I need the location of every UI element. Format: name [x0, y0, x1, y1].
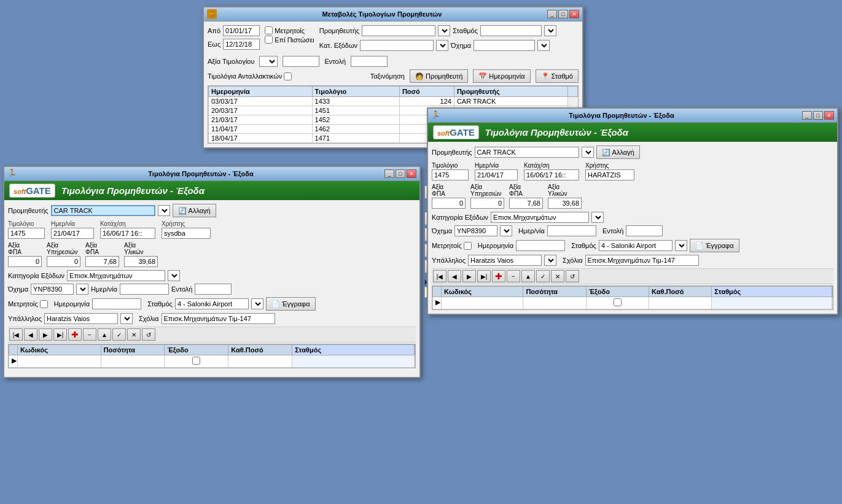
- tr-sxolia-input[interactable]: [585, 255, 699, 266]
- tl-allagi-btn[interactable]: 🔄 Αλλαγή: [173, 204, 216, 217]
- nav-minus-btn[interactable]: −: [83, 328, 96, 341]
- tl-eggrafa-btn[interactable]: 📄 Έγγραφα: [266, 297, 316, 311]
- oxima-select[interactable]: [537, 40, 550, 51]
- tl-maximize[interactable]: □: [396, 169, 405, 178]
- tr-nav-add[interactable]: ✚: [492, 270, 505, 282]
- metritois-checkbox[interactable]: [265, 26, 273, 34]
- tr-imerominia-input[interactable]: [516, 240, 565, 251]
- tl-timologio-input[interactable]: [8, 228, 45, 239]
- nav-prev-btn[interactable]: ◀: [24, 328, 37, 341]
- tl-stathmos-select[interactable]: [251, 298, 263, 309]
- tl-imerominia-input[interactable]: [92, 298, 141, 309]
- tl-axia-fpa-input[interactable]: [8, 256, 42, 267]
- entoli-input[interactable]: [351, 56, 388, 67]
- btn-promitheutis[interactable]: 🧑 Προμηθευτή: [410, 69, 468, 83]
- tr-nav-prev[interactable]: ◀: [448, 270, 461, 282]
- tr-kat-exodwn-input[interactable]: [491, 212, 589, 223]
- tr-close[interactable]: ✕: [824, 111, 834, 120]
- tr-imer-via-input[interactable]: [475, 169, 518, 180]
- tl-oxima-input[interactable]: [31, 284, 74, 295]
- tr-xristis-input[interactable]: [585, 169, 634, 180]
- tl-axia-fpa2-input[interactable]: [85, 256, 119, 267]
- promitheutis-input[interactable]: [362, 25, 435, 36]
- tr-nav-refresh[interactable]: ↺: [566, 270, 579, 282]
- tl-metritois-checkbox[interactable]: [40, 300, 48, 308]
- tr-stathmos-select[interactable]: [675, 240, 687, 251]
- timologia-antalaktikon-checkbox[interactable]: [284, 72, 292, 80]
- tl-kat-exodwn-input[interactable]: [67, 270, 165, 281]
- tr-ypallilos-input[interactable]: [468, 255, 542, 266]
- tr-maximize[interactable]: □: [813, 111, 823, 120]
- tr-imer-input[interactable]: [547, 225, 596, 236]
- tr-axia-yp-input[interactable]: [470, 198, 504, 209]
- tr-axia-fpa-input[interactable]: [432, 198, 466, 209]
- tr-entoli-input[interactable]: [626, 225, 663, 236]
- nav-first-btn[interactable]: |◀: [9, 328, 23, 341]
- tr-katax-si-input[interactable]: [524, 169, 579, 180]
- stathmos-input[interactable]: [480, 25, 542, 36]
- btn-imerominia[interactable]: 📅 Ημερομηνία: [473, 69, 530, 83]
- nav-up-btn[interactable]: ▲: [98, 328, 111, 341]
- tr-nav-first[interactable]: |◀: [433, 270, 446, 282]
- tr-eggrafa-btn[interactable]: 📄 Έγγραφα: [690, 239, 739, 252]
- tr-promitheutis-select[interactable]: [582, 147, 594, 158]
- nav-refresh-btn[interactable]: ↺: [142, 328, 155, 341]
- tl-promitheutis-select[interactable]: [158, 205, 170, 216]
- tr-grid-checkbox[interactable]: [614, 298, 622, 306]
- tl-entoli-input[interactable]: [195, 284, 232, 295]
- tl-promitheutis-input[interactable]: [51, 205, 155, 216]
- tr-promitheutis-input[interactable]: [475, 147, 579, 158]
- tl-ypallilos-input[interactable]: [44, 313, 118, 324]
- nav-last-btn[interactable]: ▶|: [53, 328, 67, 341]
- tr-oxima-select[interactable]: [500, 225, 512, 236]
- tr-timologio-input[interactable]: [432, 169, 469, 180]
- nav-check-btn[interactable]: ✓: [112, 328, 126, 341]
- tr-nav-up[interactable]: ▲: [521, 270, 535, 282]
- tl-minimize[interactable]: _: [384, 169, 394, 178]
- tl-axia-yp-input[interactable]: [47, 256, 80, 267]
- axia-timologiou-input[interactable]: [283, 56, 319, 67]
- tr-stathmos-input[interactable]: [599, 240, 672, 251]
- tr-metritois-checkbox[interactable]: [464, 242, 472, 250]
- grid-checkbox[interactable]: [192, 357, 200, 365]
- from-input[interactable]: [223, 25, 260, 36]
- tl-axia-ylikon-input[interactable]: [124, 256, 158, 267]
- nav-add-btn[interactable]: ✚: [68, 328, 82, 341]
- kat-exodwn-select[interactable]: [436, 40, 448, 51]
- tl-katax-si-input[interactable]: [100, 228, 155, 239]
- nav-next-btn[interactable]: ▶: [39, 328, 52, 341]
- tl-oxima-select[interactable]: [76, 284, 88, 295]
- tl-xristis-input[interactable]: [162, 228, 211, 239]
- promitheutis-select[interactable]: [438, 25, 450, 36]
- kat-exodwn-input[interactable]: [360, 40, 434, 51]
- to-input[interactable]: [223, 39, 260, 50]
- axia-compare-select[interactable]: [259, 56, 278, 67]
- tr-minimize[interactable]: _: [802, 111, 812, 120]
- btn-stathmo[interactable]: 📍 Σταθμό: [536, 69, 579, 83]
- tr-nav-x[interactable]: ✕: [551, 270, 564, 282]
- tr-kat-exodwn-select[interactable]: [591, 212, 604, 223]
- tr-nav-minus[interactable]: −: [507, 270, 520, 282]
- tl-imer-via-input[interactable]: [51, 228, 94, 239]
- tl-close[interactable]: ✕: [407, 169, 416, 178]
- minimize-button[interactable]: _: [547, 10, 557, 18]
- tr-axia-ylikon-input[interactable]: [548, 198, 582, 209]
- epi-pistwsei-checkbox[interactable]: [265, 36, 273, 44]
- tl-kat-exodwn-select[interactable]: [168, 270, 180, 281]
- tr-axia-fpa2-input[interactable]: [509, 198, 543, 209]
- nav-x-btn[interactable]: ✕: [127, 328, 141, 341]
- tr-allagi-btn[interactable]: 🔄 Αλλαγή: [596, 145, 640, 159]
- maximize-button[interactable]: □: [558, 10, 568, 18]
- close-button[interactable]: ✕: [569, 10, 579, 18]
- stathmos-select[interactable]: [544, 25, 556, 36]
- tl-stathmos-input[interactable]: [175, 298, 249, 309]
- tr-oxima-input[interactable]: [454, 225, 497, 236]
- oxima-input[interactable]: [474, 40, 535, 51]
- tl-imer-input[interactable]: [120, 284, 169, 295]
- tr-ypallilos-select[interactable]: [544, 255, 556, 266]
- tr-nav-last[interactable]: ▶|: [477, 270, 491, 282]
- tr-nav-next[interactable]: ▶: [462, 270, 476, 282]
- tl-ypallilos-select[interactable]: [120, 313, 133, 324]
- tl-sxolia-input[interactable]: [162, 313, 275, 324]
- tr-nav-check[interactable]: ✓: [536, 270, 550, 282]
